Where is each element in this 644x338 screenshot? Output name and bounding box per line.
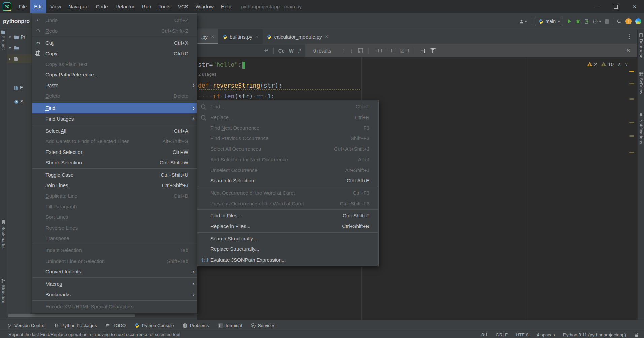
find-submenu-item-search-in-selection[interactable]: Search In Selection Ctrl+Alt+E (197, 175, 378, 186)
regex-toggle[interactable]: .* (298, 48, 301, 54)
usages-inlay-hint[interactable]: 2 usages (198, 72, 216, 77)
next-problem-icon[interactable]: ∨ (625, 62, 628, 67)
profiler-button[interactable]: ▾ (593, 19, 601, 24)
menubar-item-refactor[interactable]: Refactor (111, 0, 138, 13)
close-find-bar-icon[interactable]: ✕ (626, 44, 630, 57)
stripe-button-bookmarks[interactable]: Bookmarks (0, 220, 7, 249)
next-occurrence-icon[interactable]: ↓ (350, 48, 353, 54)
menubar-item-run[interactable]: Run (138, 0, 155, 13)
toolwindow-button-python-packages[interactable]: Python Packages (54, 323, 97, 328)
edit-menu-item-select-all[interactable]: Select All Ctrl+A (32, 126, 197, 136)
search-everywhere-icon[interactable] (617, 19, 622, 24)
add-occurrence-icon[interactable]: + (375, 48, 382, 54)
newline-icon[interactable]: ↵ (264, 47, 269, 54)
user-profile-icon[interactable]: ▾ (519, 19, 527, 24)
editor-tab-builtins-py[interactable]: builtins.py ✕ (218, 29, 263, 44)
find-submenu-item-evaluate-jsonpath-expression[interactable]: {;} Evaluate JSONPath Expression... (197, 254, 378, 265)
edit-menu-item-find-usages[interactable]: Find Usages › (32, 113, 197, 124)
menubar-item-help[interactable]: Help (217, 0, 235, 13)
menubar-item-code[interactable]: Code (92, 0, 112, 13)
stripe-button-structure[interactable]: Structure (0, 278, 7, 303)
error-stripe-mark[interactable] (629, 152, 634, 153)
edit-menu-item-paste[interactable]: Paste › (32, 80, 197, 90)
chevron-right-icon[interactable]: ▸ (9, 57, 12, 61)
edit-menu-item-cut[interactable]: ✂ Cut Ctrl+X (32, 38, 197, 48)
edit-menu-item-copy[interactable]: Copy Ctrl+C (32, 48, 197, 59)
menubar-item-file[interactable]: File (15, 0, 30, 13)
status-segment-python-3-11-pythonprojectapp[interactable]: Python 3.11 (pythonprojectapp) (563, 332, 626, 337)
edit-menu-item-macros[interactable]: Macros › (32, 278, 197, 289)
stripe-button-notifications[interactable]: Notifications (638, 113, 644, 144)
error-stripe-mark[interactable] (629, 135, 634, 137)
project-selector[interactable]: pythonpro (3, 13, 32, 29)
close-tab-icon[interactable]: ✕ (211, 34, 214, 39)
select-all-occurrences-icon[interactable]: ☑ (400, 48, 409, 54)
toolwindow-button-todo[interactable]: TODO (105, 323, 126, 328)
error-stripe-mark[interactable] (629, 122, 634, 123)
edit-menu-item-extend-selection[interactable]: Extend Selection Ctrl+W (32, 147, 197, 157)
edit-menu-item-bookmarks[interactable]: Bookmarks › (32, 289, 197, 300)
multiline-search-icon[interactable]: ≡ (421, 48, 425, 54)
edit-menu-item-convert-indents[interactable]: Convert Indents › (32, 266, 197, 277)
status-segment-4-spaces[interactable]: 4 spaces (537, 332, 555, 337)
chevron-down-icon[interactable]: ▾ (9, 35, 12, 39)
filter-icon[interactable] (430, 48, 436, 53)
match-case-toggle[interactable]: Cc (278, 48, 285, 54)
menubar-item-view[interactable]: View (46, 0, 65, 13)
edit-menu-item-join-lines[interactable]: Join Lines Ctrl+Shift+J (32, 180, 197, 191)
horizontal-scrollbar[interactable] (8, 314, 135, 317)
run-button[interactable] (567, 19, 572, 24)
toolwindow-button-services[interactable]: ▶ Services (251, 323, 276, 328)
close-tab-icon[interactable]: ✕ (325, 34, 328, 39)
window-controls: — ✕ (587, 0, 644, 13)
editor-tab-calculator-module-py[interactable]: calculator_module.py ✕ (263, 29, 332, 44)
editor-tab-py[interactable]: .py ✕ (197, 29, 218, 44)
maximize-button[interactable] (606, 0, 625, 13)
menubar-item-vcs[interactable]: VCS (174, 0, 192, 13)
status-segment-8-1[interactable]: 8:1 (481, 332, 488, 337)
minimize-button[interactable]: — (587, 0, 606, 13)
find-submenu-item-replace-structurally[interactable]: Replace Structurally... (197, 244, 378, 254)
error-stripe-mark[interactable] (629, 98, 634, 100)
previous-problem-icon[interactable]: ∧ (618, 62, 621, 67)
error-stripe-mark[interactable] (629, 71, 634, 72)
ai-assistant-icon[interactable] (635, 18, 641, 24)
close-button[interactable]: ✕ (625, 0, 644, 13)
previous-occurrence-icon[interactable]: ↑ (342, 48, 344, 54)
debug-button[interactable] (575, 19, 580, 24)
menubar-item-edit[interactable]: Edit (30, 0, 46, 13)
update-available-icon[interactable]: ↑ (625, 18, 632, 24)
unlocked-icon[interactable] (634, 332, 639, 337)
search-input[interactable]: ↵ Cc W .* (197, 44, 305, 57)
toolwindow-button-version-control[interactable]: Version Control (7, 323, 45, 328)
find-submenu-item-replace-in-files[interactable]: Replace in Files... Ctrl+Shift+R (197, 221, 378, 231)
edit-menu-item-find[interactable]: Find › (32, 103, 197, 113)
error-stripe-mark[interactable] (629, 83, 634, 84)
menubar-item-tools[interactable]: Tools (155, 0, 174, 13)
edit-menu-item-copy-path-reference[interactable]: Copy Path/Reference... (32, 69, 197, 80)
tab-options-kebab-icon[interactable]: ⋮ (626, 29, 632, 44)
status-segment-utf-8[interactable]: UTF-8 (516, 332, 528, 337)
close-tab-icon[interactable]: ✕ (255, 34, 259, 39)
remove-occurrence-icon[interactable]: − (387, 48, 394, 54)
edit-menu-item-shrink-selection[interactable]: Shrink Selection Ctrl+Shift+W (32, 157, 197, 168)
run-configuration-selector[interactable]: main▾ (535, 16, 564, 26)
stripe-button-database[interactable]: Database (638, 33, 644, 59)
open-in-find-window-icon[interactable] (358, 48, 363, 53)
menubar-item-navigate[interactable]: Navigate (65, 0, 92, 13)
words-toggle[interactable]: W (289, 48, 294, 54)
toolwindow-button-problems[interactable]: ! Problems (183, 323, 209, 328)
chevron-down-icon[interactable]: ▾ (9, 46, 12, 50)
run-with-coverage-button[interactable] (584, 19, 589, 24)
status-segment-crlf[interactable]: CRLF (496, 332, 508, 337)
find-submenu-item-search-structurally[interactable]: Search Structurally... (197, 233, 378, 244)
menubar-item-window[interactable]: Window (192, 0, 217, 13)
inspections-widget[interactable]: !2!10∧ ∨ (587, 61, 628, 67)
find-submenu-item-find-in-files[interactable]: Find in Files... Ctrl+Shift+F (197, 210, 378, 221)
stripe-button-project[interactable]: Project (0, 30, 7, 50)
edit-menu-item-toggle-case[interactable]: Toggle Case Ctrl+Shift+U (32, 169, 197, 180)
find-submenu-item-replace: Replace... Ctrl+R (197, 112, 378, 122)
toolwindow-button-terminal[interactable]: ❯_ Terminal (218, 323, 242, 328)
stripe-button-sciview[interactable]: SciView (638, 72, 644, 94)
toolwindow-button-python-console[interactable]: Python Console (134, 323, 174, 328)
